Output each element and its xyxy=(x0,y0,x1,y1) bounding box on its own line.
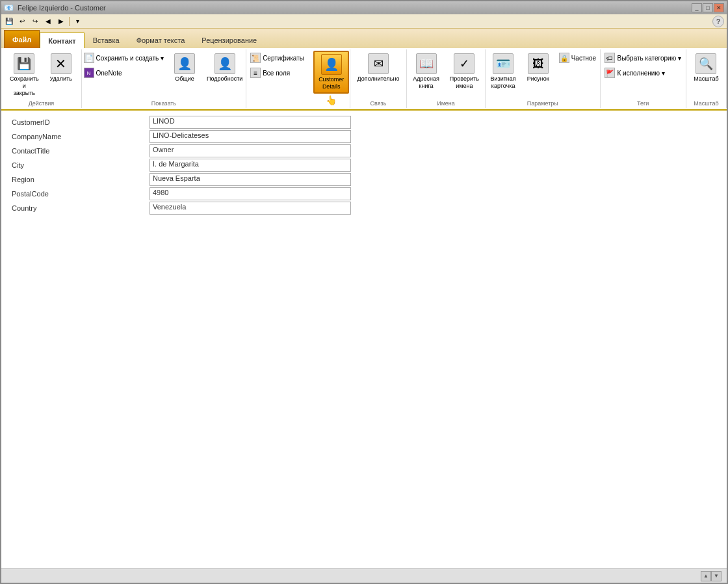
additional-label: Дополнительно xyxy=(358,75,400,82)
general-button[interactable]: 👤 Общие xyxy=(168,51,201,99)
form-value-customerid: LINOD xyxy=(150,116,351,129)
save-quick-btn[interactable]: 💾 xyxy=(4,16,14,27)
follow-up-button[interactable]: 🚩 К исполнению ▾ xyxy=(601,66,684,80)
zoom-button[interactable]: 🔍 Масштаб xyxy=(689,51,723,85)
params-content: 🪪 Визитнаякарточка 🖼 Рисунок 🔒 Частное xyxy=(486,51,600,99)
certificates-button[interactable]: 📜 Сертификаты xyxy=(247,51,312,65)
window-title-bar: 📧 Felipe Izquierdo - Customer _ □ ✕ xyxy=(1,1,727,14)
forward-btn[interactable]: ▶ xyxy=(56,16,66,27)
quick-access-toolbar: 💾 ↩ ↪ ◀ ▶ ▾ ? xyxy=(1,14,727,29)
all-fields-label: Все поля xyxy=(263,70,290,77)
general-label: Общие xyxy=(175,75,194,82)
names-content: 📖 Адреснаякнига ✓ Проверитьимена xyxy=(408,51,484,99)
ribbon-group-params: 🪪 Визитнаякарточка 🖼 Рисунок 🔒 Частное П… xyxy=(486,49,600,108)
redo-btn[interactable]: ↪ xyxy=(30,16,40,27)
app-window: 📧 Felipe Izquierdo - Customer _ □ ✕ 💾 ↩ … xyxy=(0,0,728,584)
certs-content: 📜 Сертификаты ≡ Все поля 👤 CustomerDetai… xyxy=(247,51,349,105)
save-create-icon: 📄 xyxy=(84,53,94,63)
tags-content: 🏷 Выбрать категорию ▾ 🚩 К исполнению ▾ xyxy=(601,51,684,99)
check-names-button[interactable]: ✓ Проверитьимена xyxy=(445,51,484,92)
tab-file[interactable]: Файл xyxy=(4,30,40,48)
help-button[interactable]: ? xyxy=(712,16,724,27)
private-icon: 🔒 xyxy=(559,53,569,63)
delete-label: Удалить xyxy=(50,75,72,82)
business-card-icon: 🪪 xyxy=(493,53,514,74)
additional-button[interactable]: ✉ Дополнительно xyxy=(353,51,404,85)
all-fields-icon: ≡ xyxy=(250,68,261,78)
form-label-region: Region xyxy=(6,174,150,185)
ribbon-group-zoom: 🔍 Масштаб Масштаб xyxy=(686,49,727,108)
follow-up-label: К исполнению ▾ xyxy=(617,70,664,77)
save-close-icon: 💾 xyxy=(14,53,34,74)
names-group-label: Имена xyxy=(437,99,455,107)
form-value-contacttitle: Owner xyxy=(150,144,351,157)
toolbar-separator xyxy=(69,17,70,26)
window-title: Felipe Izquierdo - Customer xyxy=(18,4,106,12)
follow-up-icon: 🚩 xyxy=(604,68,615,78)
form-label-postalcode: PostalCode xyxy=(6,189,150,199)
all-fields-button[interactable]: ≡ Все поля xyxy=(247,66,312,80)
show-small-col: 📄 Сохранить и создать ▾ N OneNote xyxy=(81,51,168,99)
actions-group-label: Действия xyxy=(29,99,54,107)
form-value-city: I. de Margarita xyxy=(150,159,351,172)
certificates-label: Сертификаты xyxy=(263,55,304,62)
params-group-label: Параметры xyxy=(527,99,558,107)
form-label-contacttitle: ContactTitle xyxy=(6,146,150,156)
maximize-button[interactable]: □ xyxy=(703,3,713,12)
params-small-col: 🔒 Частное xyxy=(556,51,599,65)
customer-details-button[interactable]: 👤 CustomerDetails xyxy=(313,51,349,94)
check-names-icon: ✓ xyxy=(454,53,474,74)
tags-group-label: Теги xyxy=(637,99,649,107)
ribbon-group-show: 📄 Сохранить и создать ▾ N OneNote 👤 Общи… xyxy=(82,49,246,108)
scroll-down-button[interactable]: ▼ xyxy=(711,571,722,581)
form-label-city: City xyxy=(6,160,150,170)
category-icon: 🏷 xyxy=(604,53,615,63)
zoom-label: Масштаб xyxy=(694,75,719,82)
tab-review[interactable]: Рецензирование xyxy=(193,31,265,48)
tab-format[interactable]: Формат текста xyxy=(128,31,194,48)
form-row: CompanyNameLINO-Delicateses xyxy=(6,130,722,143)
delete-icon: ✕ xyxy=(51,53,72,74)
general-icon: 👤 xyxy=(174,53,195,74)
picture-button[interactable]: 🖼 Рисунок xyxy=(522,51,554,85)
tab-contact[interactable]: Контакт xyxy=(40,33,84,49)
business-card-label: Визитнаякарточка xyxy=(491,75,516,90)
ribbon-group-actions: 💾 Сохранить изакрыть ✕ Удалить Действия xyxy=(1,49,82,108)
close-button[interactable]: ✕ xyxy=(714,3,724,12)
comm-group-label: Связь xyxy=(370,99,387,107)
save-close-button[interactable]: 💾 Сохранить изакрыть xyxy=(5,51,44,99)
form-value-region: Nueva Esparta xyxy=(150,173,351,186)
ribbon-group-names: 📖 Адреснаякнига ✓ Проверитьимена Имена xyxy=(407,49,486,108)
save-create-button[interactable]: 📄 Сохранить и создать ▾ xyxy=(81,51,168,65)
picture-label: Рисунок xyxy=(527,75,549,82)
customize-quick-btn[interactable]: ▾ xyxy=(72,16,83,27)
additional-icon: ✉ xyxy=(368,53,389,74)
undo-btn[interactable]: ↩ xyxy=(17,16,27,27)
category-label: Выбрать категорию ▾ xyxy=(617,55,681,62)
delete-button[interactable]: ✕ Удалить xyxy=(45,51,77,85)
business-card-button[interactable]: 🪪 Визитнаякарточка xyxy=(486,51,521,92)
scroll-up-button[interactable]: ▲ xyxy=(701,571,711,581)
form-row: RegionNueva Esparta xyxy=(6,173,722,186)
address-book-icon: 📖 xyxy=(416,53,437,74)
address-book-button[interactable]: 📖 Адреснаякнига xyxy=(408,51,444,92)
form-row: CustomerIDLINOD xyxy=(6,116,722,129)
onenote-button[interactable]: N OneNote xyxy=(81,66,168,80)
form-label-customerid: CustomerID xyxy=(6,117,150,127)
minimize-button[interactable]: _ xyxy=(692,3,702,12)
customer-form: CustomerIDLINODCompanyNameLINO-Delicates… xyxy=(6,116,722,215)
ribbon-tabs: Файл Контакт Вставка Формат текста Рецен… xyxy=(1,29,727,48)
save-create-label: Сохранить и создать ▾ xyxy=(96,55,164,62)
status-bar: ▲ ▼ xyxy=(1,568,727,583)
comm-content: ✉ Дополнительно xyxy=(353,51,404,99)
category-button[interactable]: 🏷 Выбрать категорию ▾ xyxy=(601,51,684,65)
zoom-group-label: Масштаб xyxy=(694,99,719,107)
private-button[interactable]: 🔒 Частное xyxy=(556,51,599,65)
tab-insert[interactable]: Вставка xyxy=(84,31,128,48)
zoom-content: 🔍 Масштаб xyxy=(689,51,723,99)
details-button[interactable]: 👤 Подробности xyxy=(202,51,247,99)
back-btn[interactable]: ◀ xyxy=(43,16,53,27)
content-area: CustomerIDLINODCompanyNameLINO-Delicates… xyxy=(1,111,727,568)
customer-details-button-container: 👤 CustomerDetails xyxy=(313,51,349,94)
form-row: ContactTitleOwner xyxy=(6,144,722,157)
